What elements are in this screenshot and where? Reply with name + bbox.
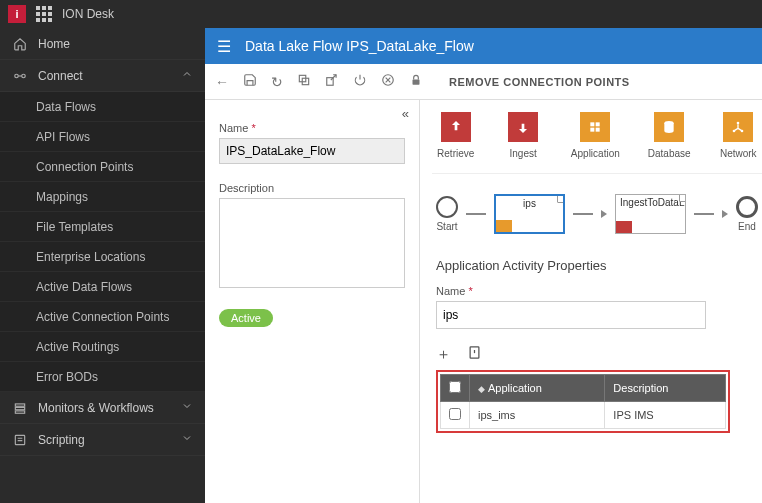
ingest-type-icon [616, 221, 632, 233]
toolbar-label[interactable]: REMOVE CONNECTION POINTS [449, 76, 630, 88]
svg-rect-4 [15, 410, 24, 412]
sidebar-label: Monitors & Workflows [38, 401, 154, 415]
highlighted-table: ◆Application Description ips_imsIPS IMS [436, 370, 730, 433]
chevron-down-icon [181, 432, 193, 447]
flow-diagram: Start ips IngestToDataL... [432, 174, 762, 254]
col-application[interactable]: ◆Application [470, 375, 605, 402]
sidebar-item-active-connection-points[interactable]: Active Connection Points [0, 302, 205, 332]
sidebar-label: Connect [38, 69, 83, 83]
copy-icon[interactable] [297, 73, 311, 90]
svg-point-16 [737, 122, 740, 125]
palette-label: Database [648, 148, 691, 159]
sidebar-item-home[interactable]: Home [0, 28, 205, 60]
select-all-checkbox[interactable] [449, 381, 461, 393]
network-icon [723, 112, 753, 142]
chevron-up-icon [181, 68, 193, 83]
sidebar-item-data-flows[interactable]: Data Flows [0, 92, 205, 122]
description-input[interactable] [219, 198, 405, 288]
sidebar-item-api-flows[interactable]: API Flows [0, 122, 205, 152]
form-panel: « Name * Description Active [205, 100, 420, 503]
toolbar: ← ↻ REMOVE CONNECTION POINTS [205, 64, 762, 100]
svg-rect-11 [591, 122, 595, 126]
sidebar-item-active-data-flows[interactable]: Active Data Flows [0, 272, 205, 302]
col-description[interactable]: Description [605, 375, 726, 402]
scripting-icon [12, 432, 28, 448]
name-label: Name * [219, 122, 405, 134]
sidebar-label: Scripting [38, 433, 85, 447]
sidebar-item-mappings[interactable]: Mappings [0, 182, 205, 212]
sidebar-item-active-routings[interactable]: Active Routings [0, 332, 205, 362]
export-icon[interactable] [325, 73, 339, 90]
activity-box-ingest[interactable]: IngestToDataL... [615, 194, 686, 234]
document-icon [679, 194, 686, 202]
select-all-header[interactable] [441, 375, 470, 402]
power-icon[interactable] [353, 73, 367, 90]
start-node[interactable] [436, 196, 458, 218]
document-icon [557, 194, 565, 203]
connect-icon [12, 68, 28, 84]
sidebar-item-connection-points[interactable]: Connection Points [0, 152, 205, 182]
sidebar-item-error-bods[interactable]: Error BODs [0, 362, 205, 392]
table-row[interactable]: ips_imsIPS IMS [441, 402, 726, 429]
svg-rect-12 [596, 122, 600, 126]
apps-grid-icon[interactable] [36, 6, 52, 22]
back-icon[interactable]: ← [215, 74, 229, 90]
brand-logo[interactable]: i [8, 5, 26, 23]
end-node[interactable] [736, 196, 758, 218]
detail-icon[interactable] [467, 345, 482, 364]
end-label: End [738, 221, 756, 232]
cell-description: IPS IMS [605, 402, 726, 429]
hamburger-icon[interactable]: ☰ [217, 37, 231, 56]
add-row-icon[interactable]: ＋ [436, 345, 451, 364]
application-icon [580, 112, 610, 142]
monitors-icon [12, 400, 28, 416]
save-icon[interactable] [243, 73, 257, 90]
collapse-icon[interactable]: « [402, 106, 409, 121]
svg-point-1 [22, 74, 26, 78]
properties-panel: Application Activity Properties Name * ＋ [432, 254, 762, 433]
sidebar-item-monitors[interactable]: Monitors & Workflows [0, 392, 205, 424]
refresh-icon[interactable]: ↻ [271, 74, 283, 90]
palette-label: Retrieve [437, 148, 474, 159]
sidebar-label: Home [38, 37, 70, 51]
sidebar: Home Connect Data FlowsAPI FlowsConnecti… [0, 28, 205, 503]
activity-box-ips[interactable]: ips [494, 194, 565, 234]
palette-label: Network [720, 148, 757, 159]
sort-icon: ◆ [478, 384, 485, 394]
chevron-down-icon [181, 400, 193, 415]
activity-label: ips [500, 198, 559, 209]
svg-rect-14 [596, 128, 600, 132]
name-input[interactable] [219, 138, 405, 164]
sidebar-item-file-templates[interactable]: File Templates [0, 212, 205, 242]
svg-rect-3 [15, 407, 24, 409]
palette-item-database[interactable]: Database [648, 112, 691, 159]
page-title: Data Lake Flow IPS_DataLake_Flow [245, 38, 474, 54]
sidebar-item-enterprise-locations[interactable]: Enterprise Locations [0, 242, 205, 272]
app-title: ION Desk [62, 7, 114, 21]
row-checkbox[interactable] [449, 408, 461, 420]
page-header: ☰ Data Lake Flow IPS_DataLake_Flow [205, 28, 762, 64]
start-label: Start [436, 221, 457, 232]
palette-label: Application [571, 148, 620, 159]
palette: RetrieveIngestApplicationDatabaseNetwork [432, 112, 762, 174]
props-name-input[interactable] [436, 301, 706, 329]
palette-item-retrieve[interactable]: Retrieve [436, 112, 475, 159]
properties-title: Application Activity Properties [436, 258, 758, 273]
svg-rect-13 [591, 128, 595, 132]
sidebar-item-connect[interactable]: Connect [0, 60, 205, 92]
palette-item-ingest[interactable]: Ingest [503, 112, 542, 159]
svg-point-0 [15, 74, 19, 78]
app-type-icon [496, 220, 512, 232]
palette-label: Ingest [510, 148, 537, 159]
retrieve-icon [441, 112, 471, 142]
palette-item-network[interactable]: Network [719, 112, 758, 159]
cancel-icon[interactable] [381, 73, 395, 90]
activity-label: IngestToDataL... [620, 197, 681, 208]
cell-application: ips_ims [470, 402, 605, 429]
status-badge: Active [219, 309, 273, 327]
palette-item-application[interactable]: Application [571, 112, 620, 159]
svg-rect-10 [413, 79, 420, 84]
application-table: ◆Application Description ips_imsIPS IMS [440, 374, 726, 429]
lock-icon[interactable] [409, 73, 423, 90]
sidebar-item-scripting[interactable]: Scripting [0, 424, 205, 456]
